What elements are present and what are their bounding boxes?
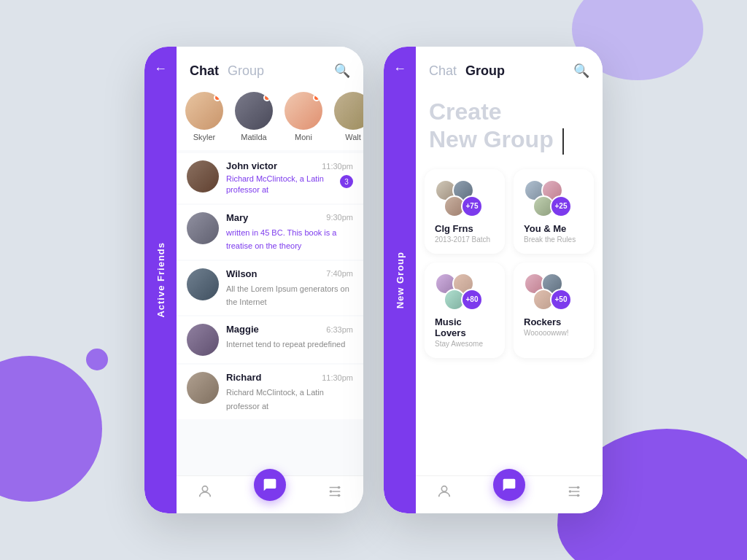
left-search-icon[interactable]: 🔍 [334,63,350,79]
right-header: Chat Group 🔍 [416,47,603,86]
bg-circle-left [0,356,102,502]
avatar-wilson [187,268,219,300]
left-tab-chat[interactable]: Chat [190,63,219,79]
friend-name-skyler: Skyler [193,133,216,141]
chat-info-john: John victor 11:30pm Richard McClintock, … [226,160,353,196]
chat-list: John victor 11:30pm Richard McClintock, … [177,150,363,475]
group-sub-music-lovers: Stay Awesome [435,340,495,348]
chat-time-wilson: 7:40pm [326,269,353,278]
group-sub-rockers: Wooooowww! [524,329,584,337]
right-spacer [416,367,603,475]
online-dot-moni [313,94,320,101]
right-phone: ← New Group Chat Group 🔍 Create New Grou… [384,47,603,513]
right-bottom-bar [416,475,603,513]
group-sub-clg-frns: 2013-2017 Batch [435,236,495,244]
left-profile-icon[interactable] [197,483,213,503]
avatar-john [187,160,219,192]
right-settings-icon[interactable] [566,483,582,503]
chat-name-maggie: Maggie [226,324,259,335]
right-back-arrow[interactable]: ← [393,61,406,77]
chat-name-richard: Richard [226,372,261,383]
chat-preview-richard: Richard McClintock, a Latin professor at [226,388,324,410]
chat-name-row-wilson: Wilson 7:40pm [226,268,353,279]
chat-time-mary: 9:30pm [326,213,353,222]
right-tab-chat[interactable]: Chat [429,63,457,79]
left-phone: ← Active Friends Chat Group 🔍 Skyler [144,47,363,513]
group-card-rockers[interactable]: +50 Rockers Wooooowww! [514,262,594,358]
chat-info-richard: Richard 11:30pm Richard McClintock, a La… [226,372,353,412]
bg-circle-small [86,349,108,370]
group-card-clg-frns[interactable]: +75 Clg Frns 2013-2017 Batch [425,169,505,254]
svg-point-11 [569,490,572,493]
group-name-clg-frns: Clg Frns [435,223,495,234]
chat-info-maggie: Maggie 6:33pm Internet tend to repeat pr… [226,324,353,350]
chat-time-john: 11:30pm [322,162,353,171]
svg-point-0 [202,486,207,491]
group-count-clg-frns: +75 [461,195,483,217]
chat-info-wilson: Wilson 7:40pm All the Lorem Ipsum genera… [226,268,353,308]
friend-walt[interactable]: Walt [334,92,363,141]
online-dot-matilda [263,94,271,101]
avatar-skyler [185,92,223,130]
left-fab-button[interactable] [254,469,286,501]
left-sidebar-tab: ← Active Friends [144,47,177,513]
right-sidebar-tab: ← New Group [384,47,416,513]
group-card-you-me[interactable]: +25 You & Me Break the Rules [514,169,594,254]
group-count-rockers: +50 [550,289,572,311]
chat-preview-mary: written in 45 BC. This book is a treatis… [226,228,336,250]
chat-time-richard: 11:30pm [322,373,353,382]
chat-name-row-richard: Richard 11:30pm [226,372,353,383]
left-back-arrow[interactable]: ← [154,61,167,77]
chat-item-richard[interactable]: Richard 11:30pm Richard McClintock, a La… [177,365,363,419]
chat-name-row-mary: Mary 9:30pm [226,212,353,223]
right-fab-button[interactable] [493,469,525,501]
svg-point-13 [577,494,580,497]
avatar-matilda [235,92,273,130]
chat-name-wilson: Wilson [226,268,258,279]
group-avatars-clg-frns: +75 [435,179,493,217]
left-header: Chat Group 🔍 [177,47,363,86]
group-avatars-music-lovers: +80 [435,273,493,311]
svg-point-4 [330,490,333,493]
friend-skyler[interactable]: Skyler [185,92,223,141]
chat-preview-maggie: Internet tend to repeat predefined [226,340,345,349]
right-profile-icon[interactable] [436,483,452,503]
left-settings-icon[interactable] [327,483,343,503]
phones-container: ← Active Friends Chat Group 🔍 Skyler [144,47,603,513]
active-friends-strip: Skyler Matilda Moni Walt [177,86,363,150]
chat-item-mary[interactable]: Mary 9:30pm written in 45 BC. This book … [177,205,363,260]
group-count-you-me: +25 [550,195,572,217]
chat-name-row-john: John victor 11:30pm [226,160,353,171]
chat-badge-john: 3 [340,175,353,188]
avatar-moni [285,92,322,130]
group-name-rockers: Rockers [524,316,584,327]
chat-name-john: John victor [226,160,277,171]
friend-moni[interactable]: Moni [285,92,322,141]
chat-item-maggie[interactable]: Maggie 6:33pm Internet tend to repeat pr… [177,316,363,363]
avatar-richard [187,372,219,404]
group-name-you-me: You & Me [524,223,584,234]
chat-item-john[interactable]: John victor 11:30pm Richard McClintock, … [177,153,363,203]
chat-name-mary: Mary [226,212,248,223]
online-dot-skyler [214,94,221,101]
avatar-maggie [187,324,219,356]
right-phone-content: Chat Group 🔍 Create New Group [416,47,603,513]
left-phone-content: Chat Group 🔍 Skyler Matilda [177,47,363,513]
friend-name-matilda: Matilda [241,133,266,141]
chat-name-row-maggie: Maggie 6:33pm [226,324,353,335]
svg-point-7 [441,486,446,491]
create-heading-text: Create New Group [429,98,589,155]
chat-info-mary: Mary 9:30pm written in 45 BC. This book … [226,212,353,252]
right-search-icon[interactable]: 🔍 [573,63,589,79]
chat-item-wilson[interactable]: Wilson 7:40pm All the Lorem Ipsum genera… [177,261,363,316]
right-tab-group[interactable]: Group [465,63,505,79]
left-tab-group[interactable]: Group [228,63,264,79]
friend-matilda[interactable]: Matilda [235,92,273,141]
avatar-walt [334,92,363,130]
friend-name-walt: Walt [345,133,361,141]
svg-point-12 [577,486,580,489]
chat-preview-wilson: All the Lorem Ipsum generators on the In… [226,284,349,306]
group-count-music-lovers: +80 [461,289,483,311]
group-avatars-you-me: +25 [524,179,582,217]
group-card-music-lovers[interactable]: +80 Music Lovers Stay Awesome [425,262,505,358]
